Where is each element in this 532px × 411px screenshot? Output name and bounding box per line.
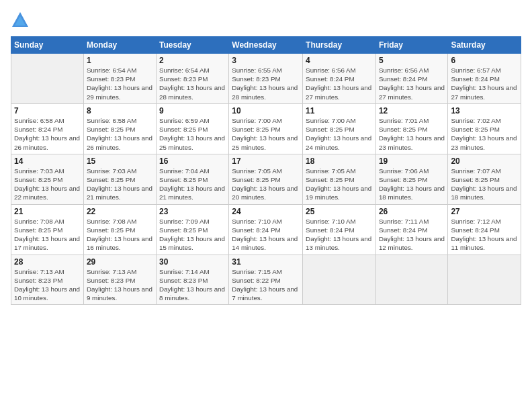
calendar-cell: 17Sunrise: 7:05 AM Sunset: 8:25 PM Dayli…: [229, 154, 303, 204]
calendar-cell: 2Sunrise: 6:54 AM Sunset: 8:23 PM Daylig…: [156, 54, 228, 104]
calendar-cell: 18Sunrise: 7:05 AM Sunset: 8:25 PM Dayli…: [303, 154, 376, 204]
calendar-cell: 28Sunrise: 7:13 AM Sunset: 8:23 PM Dayli…: [11, 255, 84, 305]
day-info: Sunrise: 6:58 AM Sunset: 8:24 PM Dayligh…: [14, 116, 81, 152]
day-number: 9: [159, 106, 226, 116]
page-header: [11, 11, 521, 30]
day-number: 20: [451, 156, 518, 166]
calendar-cell: 1Sunrise: 6:54 AM Sunset: 8:23 PM Daylig…: [83, 54, 156, 104]
weekday-header-friday: Friday: [375, 37, 447, 54]
day-number: 27: [451, 207, 518, 216]
day-number: 7: [14, 106, 81, 116]
calendar-cell: [303, 255, 376, 305]
day-info: Sunrise: 6:56 AM Sunset: 8:24 PM Dayligh…: [379, 66, 445, 101]
day-info: Sunrise: 7:08 AM Sunset: 8:25 PM Dayligh…: [87, 217, 153, 253]
day-number: 22: [87, 207, 153, 216]
calendar-cell: [11, 54, 84, 104]
calendar-cell: 15Sunrise: 7:03 AM Sunset: 8:25 PM Dayli…: [83, 154, 156, 204]
weekday-header-monday: Monday: [83, 37, 156, 54]
weekday-header-wednesday: Wednesday: [229, 37, 303, 54]
calendar-cell: [448, 255, 521, 305]
calendar-cell: 6Sunrise: 6:57 AM Sunset: 8:24 PM Daylig…: [448, 54, 521, 104]
day-number: 16: [159, 156, 226, 166]
day-info: Sunrise: 6:59 AM Sunset: 8:25 PM Dayligh…: [159, 116, 226, 152]
day-info: Sunrise: 7:00 AM Sunset: 8:25 PM Dayligh…: [232, 116, 300, 152]
calendar-cell: 13Sunrise: 7:02 AM Sunset: 8:25 PM Dayli…: [448, 103, 521, 154]
weekday-header-thursday: Thursday: [303, 37, 376, 54]
calendar-cell: 25Sunrise: 7:10 AM Sunset: 8:24 PM Dayli…: [303, 204, 376, 255]
day-number: 15: [87, 156, 153, 166]
calendar-cell: 16Sunrise: 7:04 AM Sunset: 8:25 PM Dayli…: [156, 154, 228, 204]
calendar-cell: 8Sunrise: 6:58 AM Sunset: 8:25 PM Daylig…: [83, 103, 156, 154]
day-number: 1: [87, 56, 153, 65]
day-info: Sunrise: 6:57 AM Sunset: 8:24 PM Dayligh…: [451, 66, 518, 101]
day-number: 13: [451, 106, 518, 116]
calendar-cell: 23Sunrise: 7:09 AM Sunset: 8:25 PM Dayli…: [156, 204, 228, 255]
day-number: 5: [379, 56, 445, 65]
calendar-week-row: 1Sunrise: 6:54 AM Sunset: 8:23 PM Daylig…: [11, 54, 521, 104]
calendar-cell: 21Sunrise: 7:08 AM Sunset: 8:25 PM Dayli…: [11, 204, 84, 255]
day-number: 11: [306, 106, 373, 116]
day-number: 6: [451, 56, 518, 65]
calendar-cell: 26Sunrise: 7:11 AM Sunset: 8:24 PM Dayli…: [375, 204, 447, 255]
day-number: 3: [232, 56, 300, 65]
day-number: 14: [14, 156, 81, 166]
day-info: Sunrise: 7:06 AM Sunset: 8:25 PM Dayligh…: [379, 167, 445, 202]
calendar-cell: 9Sunrise: 6:59 AM Sunset: 8:25 PM Daylig…: [156, 103, 228, 154]
day-number: 28: [14, 257, 81, 267]
day-info: Sunrise: 7:00 AM Sunset: 8:25 PM Dayligh…: [306, 116, 373, 152]
logo-icon: [11, 11, 30, 30]
calendar-cell: 14Sunrise: 7:03 AM Sunset: 8:25 PM Dayli…: [11, 154, 84, 204]
day-number: 4: [306, 56, 373, 65]
calendar-week-row: 7Sunrise: 6:58 AM Sunset: 8:24 PM Daylig…: [11, 103, 521, 154]
day-number: 18: [306, 156, 373, 166]
day-number: 10: [232, 106, 300, 116]
day-number: 31: [232, 257, 300, 267]
day-number: 29: [87, 257, 153, 267]
calendar-cell: 10Sunrise: 7:00 AM Sunset: 8:25 PM Dayli…: [229, 103, 303, 154]
calendar-cell: 31Sunrise: 7:15 AM Sunset: 8:22 PM Dayli…: [229, 255, 303, 305]
logo: [11, 11, 32, 30]
day-number: 19: [379, 156, 445, 166]
day-info: Sunrise: 7:09 AM Sunset: 8:25 PM Dayligh…: [159, 217, 226, 253]
calendar-cell: 4Sunrise: 6:56 AM Sunset: 8:24 PM Daylig…: [303, 54, 376, 104]
day-info: Sunrise: 7:01 AM Sunset: 8:25 PM Dayligh…: [379, 116, 445, 152]
calendar-cell: 19Sunrise: 7:06 AM Sunset: 8:25 PM Dayli…: [375, 154, 447, 204]
calendar-page: SundayMondayTuesdayWednesdayThursdayFrid…: [0, 0, 532, 411]
day-info: Sunrise: 7:07 AM Sunset: 8:25 PM Dayligh…: [451, 167, 518, 202]
day-number: 17: [232, 156, 300, 166]
calendar-cell: 7Sunrise: 6:58 AM Sunset: 8:24 PM Daylig…: [11, 103, 84, 154]
day-number: 2: [159, 56, 226, 65]
calendar-week-row: 14Sunrise: 7:03 AM Sunset: 8:25 PM Dayli…: [11, 154, 521, 204]
day-info: Sunrise: 6:54 AM Sunset: 8:23 PM Dayligh…: [87, 66, 153, 101]
day-info: Sunrise: 7:11 AM Sunset: 8:24 PM Dayligh…: [379, 217, 445, 253]
day-info: Sunrise: 7:12 AM Sunset: 8:24 PM Dayligh…: [451, 217, 518, 253]
calendar-cell: 24Sunrise: 7:10 AM Sunset: 8:24 PM Dayli…: [229, 204, 303, 255]
day-info: Sunrise: 7:15 AM Sunset: 8:22 PM Dayligh…: [232, 267, 300, 303]
weekday-header-row: SundayMondayTuesdayWednesdayThursdayFrid…: [11, 37, 521, 54]
day-info: Sunrise: 7:10 AM Sunset: 8:24 PM Dayligh…: [306, 217, 373, 253]
day-number: 12: [379, 106, 445, 116]
calendar-cell: 11Sunrise: 7:00 AM Sunset: 8:25 PM Dayli…: [303, 103, 376, 154]
calendar-cell: 29Sunrise: 7:13 AM Sunset: 8:23 PM Dayli…: [83, 255, 156, 305]
day-info: Sunrise: 7:08 AM Sunset: 8:25 PM Dayligh…: [14, 217, 81, 253]
calendar-cell: 27Sunrise: 7:12 AM Sunset: 8:24 PM Dayli…: [448, 204, 521, 255]
day-info: Sunrise: 7:14 AM Sunset: 8:23 PM Dayligh…: [159, 267, 226, 303]
day-info: Sunrise: 7:03 AM Sunset: 8:25 PM Dayligh…: [14, 167, 81, 202]
calendar-week-row: 28Sunrise: 7:13 AM Sunset: 8:23 PM Dayli…: [11, 255, 521, 305]
day-number: 25: [306, 207, 373, 216]
calendar-cell: 5Sunrise: 6:56 AM Sunset: 8:24 PM Daylig…: [375, 54, 447, 104]
day-info: Sunrise: 7:13 AM Sunset: 8:23 PM Dayligh…: [14, 267, 81, 303]
calendar-cell: 20Sunrise: 7:07 AM Sunset: 8:25 PM Dayli…: [448, 154, 521, 204]
day-info: Sunrise: 7:04 AM Sunset: 8:25 PM Dayligh…: [159, 167, 226, 202]
day-info: Sunrise: 6:58 AM Sunset: 8:25 PM Dayligh…: [87, 116, 153, 152]
day-info: Sunrise: 7:05 AM Sunset: 8:25 PM Dayligh…: [306, 167, 373, 202]
weekday-header-saturday: Saturday: [448, 37, 521, 54]
calendar-week-row: 21Sunrise: 7:08 AM Sunset: 8:25 PM Dayli…: [11, 204, 521, 255]
day-number: 26: [379, 207, 445, 216]
day-number: 24: [232, 207, 300, 216]
day-info: Sunrise: 6:56 AM Sunset: 8:24 PM Dayligh…: [306, 66, 373, 101]
day-number: 23: [159, 207, 226, 216]
calendar-cell: 12Sunrise: 7:01 AM Sunset: 8:25 PM Dayli…: [375, 103, 447, 154]
calendar-cell: 22Sunrise: 7:08 AM Sunset: 8:25 PM Dayli…: [83, 204, 156, 255]
day-number: 30: [159, 257, 226, 267]
